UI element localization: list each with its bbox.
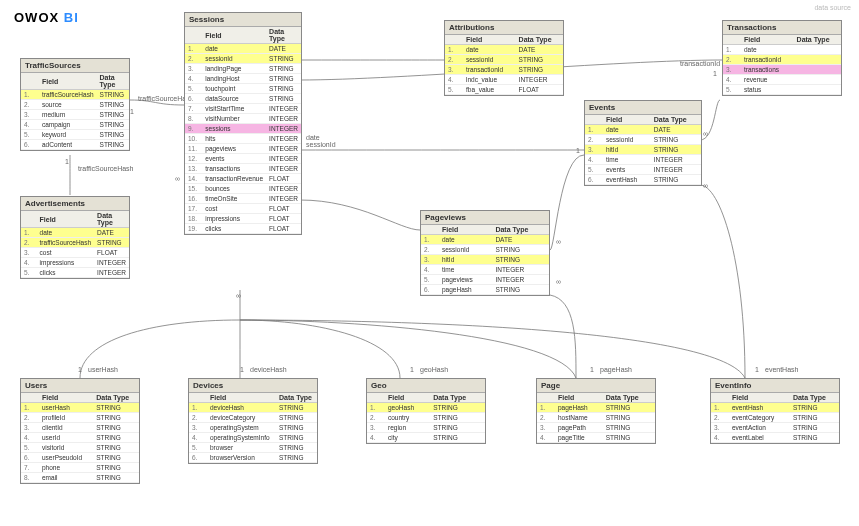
column-header-row: FieldData Type (21, 393, 139, 403)
entity-users[interactable]: UsersFieldData Type1.userHashSTRING2.pro… (20, 378, 140, 484)
card-1: 1 (410, 366, 414, 373)
entity-pageviews[interactable]: PageviewsFieldData Type1.dateDATE2.sessi… (420, 210, 550, 296)
column-header-row: FieldData Type (367, 393, 485, 403)
field-row: 3.regionSTRING (367, 423, 485, 433)
field-row: 3.pagePathSTRING (537, 423, 655, 433)
field-row: 6.userPseudoIdSTRING (21, 453, 139, 463)
field-row: 1.eventHashSTRING (711, 403, 839, 413)
field-row: 8.emailSTRING (21, 473, 139, 483)
column-header-row: FieldData Type (585, 115, 701, 125)
data-source-label: data source (814, 4, 851, 11)
field-row: 4.landingHostSTRING (185, 74, 301, 84)
entity-eventinfo[interactable]: EventInfoFieldData Type1.eventHashSTRING… (710, 378, 840, 444)
logo: OWOX BI (14, 10, 79, 25)
rel-label: geoHash (420, 366, 448, 373)
card-1: 1 (576, 147, 580, 154)
field-row: 2.sessionIdSTRING (445, 55, 563, 65)
field-row: 6.adContentSTRING (21, 140, 129, 150)
card-inf: ∞ (175, 175, 180, 182)
entity-title: Events (585, 101, 701, 115)
field-row: 8.visitNumberINTEGER (185, 114, 301, 124)
entity-page[interactable]: PageFieldData Type1.pageHashSTRING2.host… (536, 378, 656, 444)
field-row: 14.transactionRevenueFLOAT (185, 174, 301, 184)
field-row: 5.status (723, 85, 841, 95)
card-1: 1 (65, 158, 69, 165)
field-row: 4.revenue (723, 75, 841, 85)
field-row: 1.dateDATE (421, 235, 549, 245)
field-row: 3.costFLOAT (21, 248, 129, 258)
entity-attributions[interactable]: AttributionsFieldData Type1.dateDATE2.se… (444, 20, 564, 96)
card-1: 1 (240, 366, 244, 373)
rel-label: date (306, 134, 320, 141)
column-header-row: FieldData Type (711, 393, 839, 403)
field-row: 6.pageHashSTRING (421, 285, 549, 295)
field-row: 4.pageTitleSTRING (537, 433, 655, 443)
card-inf: ∞ (703, 182, 708, 189)
field-row: 5.fba_valueFLOAT (445, 85, 563, 95)
field-row: 15.bouncesINTEGER (185, 184, 301, 194)
field-row: 4.lndc_valueINTEGER (445, 75, 563, 85)
entity-title: Devices (189, 379, 317, 393)
entity-title: Transactions (723, 21, 841, 35)
entity-title: Pageviews (421, 211, 549, 225)
entity-sessions[interactable]: SessionsFieldData Type1.dateDATE2.sessio… (184, 12, 302, 235)
column-header-row: FieldData Type (21, 73, 129, 90)
column-header-row: FieldData Type (723, 35, 841, 45)
entity-title: Attributions (445, 21, 563, 35)
card-1: 1 (78, 366, 82, 373)
field-row: 4.userIdSTRING (21, 433, 139, 443)
field-row: 2.sessionIdSTRING (185, 54, 301, 64)
field-row: 19.clicksFLOAT (185, 224, 301, 234)
field-row: 2.countrySTRING (367, 413, 485, 423)
field-row: 13.transactionsINTEGER (185, 164, 301, 174)
field-row: 11.pageviewsINTEGER (185, 144, 301, 154)
field-row: 3.transactions (723, 65, 841, 75)
column-header-row: FieldData Type (185, 27, 301, 44)
field-row: 2.sourceSTRING (21, 100, 129, 110)
field-row: 1.trafficSourceHashSTRING (21, 90, 129, 100)
field-row: 4.eventLabelSTRING (711, 433, 839, 443)
field-row: 4.operatingSystemInfoSTRING (189, 433, 317, 443)
entity-devices[interactable]: DevicesFieldData Type1.deviceHashSTRING2… (188, 378, 318, 464)
field-row: 5.touchpointSTRING (185, 84, 301, 94)
card-inf: ∞ (556, 238, 561, 245)
entity-title: Geo (367, 379, 485, 393)
rel-label: pageHash (600, 366, 632, 373)
entity-transactions[interactable]: TransactionsFieldData Type1.date2.transa… (722, 20, 842, 96)
field-row: 3.clientIdSTRING (21, 423, 139, 433)
card-inf: ∞ (556, 278, 561, 285)
field-row: 2.sessionIdSTRING (585, 135, 701, 145)
column-header-row: FieldData Type (189, 393, 317, 403)
entity-title: TrafficSources (21, 59, 129, 73)
rel-label: eventHash (765, 366, 798, 373)
card-1: 1 (590, 366, 594, 373)
entity-title: Sessions (185, 13, 301, 27)
entity-trafficsources[interactable]: TrafficSourcesFieldData Type1.trafficSou… (20, 58, 130, 151)
field-row: 1.dateDATE (585, 125, 701, 135)
field-row: 3.landingPageSTRING (185, 64, 301, 74)
field-row: 17.costFLOAT (185, 204, 301, 214)
field-row: 7.visitStartTimeINTEGER (185, 104, 301, 114)
entity-geo[interactable]: GeoFieldData Type1.geoHashSTRING2.countr… (366, 378, 486, 444)
field-row: 4.citySTRING (367, 433, 485, 443)
field-row: 2.transactionId (723, 55, 841, 65)
field-row: 5.browserSTRING (189, 443, 317, 453)
rel-label: deviceHash (250, 366, 287, 373)
field-row: 1.geoHashSTRING (367, 403, 485, 413)
field-row: 3.eventActionSTRING (711, 423, 839, 433)
column-header-row: FieldData Type (445, 35, 563, 45)
field-row: 3.transactionIdSTRING (445, 65, 563, 75)
column-header-row: FieldData Type (421, 225, 549, 235)
card-1: 1 (713, 70, 717, 77)
field-row: 5.pageviewsINTEGER (421, 275, 549, 285)
card-1: 1 (130, 108, 134, 115)
field-row: 16.timeOnSiteINTEGER (185, 194, 301, 204)
field-row: 4.campaignSTRING (21, 120, 129, 130)
column-header-row: FieldData Type (537, 393, 655, 403)
rel-label: sessionId (306, 141, 336, 148)
entity-events[interactable]: EventsFieldData Type1.dateDATE2.sessionI… (584, 100, 702, 186)
entity-advertisements[interactable]: AdvertisementsFieldData Type1.dateDATE2.… (20, 196, 130, 279)
field-row: 4.timeINTEGER (421, 265, 549, 275)
field-row: 2.trafficSourceHashSTRING (21, 238, 129, 248)
field-row: 6.browserVersionSTRING (189, 453, 317, 463)
